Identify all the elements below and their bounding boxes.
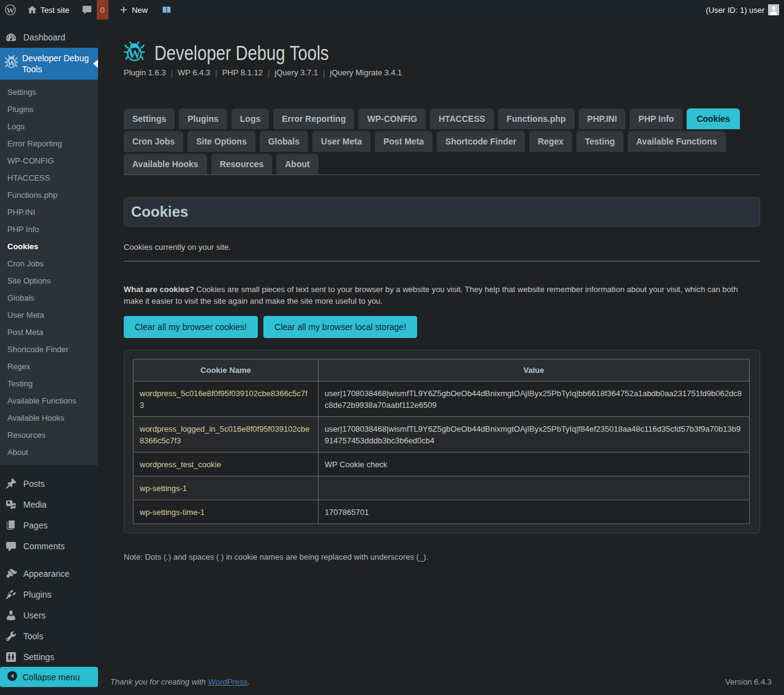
- svg-text:W: W: [7, 59, 15, 68]
- svg-text:W: W: [6, 6, 14, 15]
- svg-text:W: W: [128, 47, 141, 61]
